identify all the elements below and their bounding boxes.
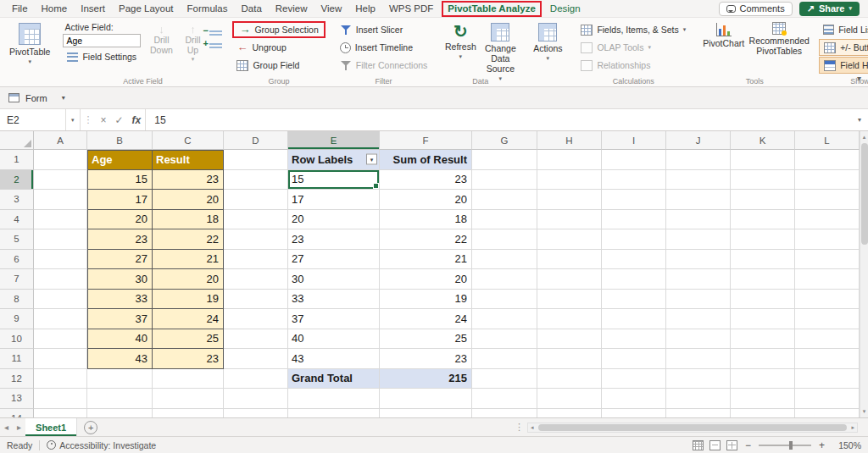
cell-A7[interactable] [34, 269, 87, 290]
row-header-9[interactable]: 9 [0, 309, 34, 329]
cell-G2[interactable] [472, 170, 537, 191]
sheet-nav-left-icon[interactable]: ◂ [0, 423, 13, 432]
row-header-4[interactable]: 4 [0, 210, 34, 230]
cell-H5[interactable] [537, 229, 602, 250]
cell-B5[interactable]: 23 [87, 229, 153, 250]
cell-L3[interactable] [795, 190, 860, 210]
scroll-down-icon[interactable]: ▾ [863, 406, 866, 417]
cell-B6[interactable]: 27 [87, 250, 153, 270]
cell-B12[interactable] [87, 369, 153, 389]
cell-A11[interactable] [34, 349, 87, 369]
cell-C1[interactable]: Result [153, 150, 224, 170]
cell-E3[interactable]: 17 [288, 190, 380, 210]
expand-field-icon[interactable] [209, 41, 222, 48]
menu-item-wps-pdf[interactable]: WPS PDF [382, 0, 440, 17]
recommended-pivottables-button[interactable]: Recommended PivotTables [749, 21, 809, 58]
menu-item-view[interactable]: View [314, 0, 349, 17]
cell-F7[interactable]: 20 [380, 269, 472, 290]
cell-K12[interactable] [731, 369, 795, 389]
cell-E4[interactable]: 20 [288, 210, 380, 230]
cell-K2[interactable] [731, 170, 795, 191]
cell-J14[interactable] [666, 409, 731, 418]
cell-J3[interactable] [666, 190, 731, 210]
cell-L8[interactable] [795, 290, 860, 310]
cell-I9[interactable] [602, 309, 666, 329]
group-selection-button[interactable]: → Group Selection [232, 21, 325, 38]
cell-A8[interactable] [34, 290, 87, 310]
zoom-in-button[interactable]: + [817, 439, 826, 451]
cell-K3[interactable] [731, 190, 795, 210]
cell-C6[interactable]: 21 [153, 250, 224, 270]
cell-K10[interactable] [731, 329, 795, 350]
cell-B11[interactable]: 43 [87, 349, 153, 369]
cell-B1[interactable]: Age [87, 150, 153, 170]
cell-I1[interactable] [602, 150, 666, 170]
cell-G5[interactable] [472, 229, 537, 250]
cell-F3[interactable]: 20 [380, 190, 472, 210]
horizontal-scrollbar[interactable]: ◂ ▸ [527, 423, 858, 433]
cell-A10[interactable] [34, 329, 87, 350]
cell-C7[interactable]: 20 [153, 269, 224, 290]
cell-L1[interactable] [795, 150, 860, 170]
relationships-button[interactable]: Relationships [576, 57, 690, 74]
sheet-nav-right-icon[interactable]: ▸ [13, 423, 25, 432]
column-header-L[interactable]: L [795, 131, 860, 150]
cell-G6[interactable] [472, 250, 537, 270]
cell-G13[interactable] [472, 389, 537, 409]
form-label[interactable]: Form [25, 93, 47, 103]
name-box-dropdown-icon[interactable]: ▾ [66, 109, 81, 130]
cell-D12[interactable] [224, 369, 288, 389]
cell-H12[interactable] [537, 369, 602, 389]
ungroup-button[interactable]: ← Ungroup [232, 39, 325, 56]
share-button[interactable]: ↗ Share ▾ [799, 2, 860, 16]
cell-I2[interactable] [602, 170, 666, 191]
cell-K8[interactable] [731, 290, 795, 310]
row-header-2[interactable]: 2 [0, 170, 34, 191]
cell-C12[interactable] [153, 369, 224, 389]
cell-D4[interactable] [224, 210, 288, 230]
menu-item-data[interactable]: Data [235, 0, 269, 17]
horizontal-scroll-thumb[interactable] [538, 424, 848, 431]
cell-A14[interactable] [34, 409, 87, 418]
collapse-field-icon[interactable] [209, 28, 222, 36]
cell-A5[interactable] [34, 229, 87, 250]
field-headers-button[interactable]: Field Headers [819, 57, 868, 74]
select-all-corner[interactable] [0, 131, 34, 150]
change-data-source-button[interactable]: Change Data Source ▾ [481, 21, 519, 84]
cell-J1[interactable] [666, 150, 731, 170]
cell-J12[interactable] [666, 369, 731, 389]
cell-E13[interactable] [288, 389, 380, 409]
cell-C14[interactable] [153, 409, 224, 418]
cell-L2[interactable] [795, 170, 860, 191]
cell-I6[interactable] [602, 250, 666, 270]
cell-D7[interactable] [224, 269, 288, 290]
column-header-B[interactable]: B [87, 131, 153, 150]
formula-input[interactable]: 15 [145, 109, 858, 130]
cell-F2[interactable]: 23 [380, 170, 472, 191]
vertical-scroll-thumb[interactable] [861, 143, 868, 245]
cell-H3[interactable] [537, 190, 602, 210]
plus-minus-buttons-button[interactable]: +/- Buttons [819, 39, 868, 56]
cell-G3[interactable] [472, 190, 537, 210]
cell-K4[interactable] [731, 210, 795, 230]
cell-D6[interactable] [224, 250, 288, 270]
menu-item-home[interactable]: Home [35, 0, 75, 17]
page-layout-view-button[interactable] [709, 440, 721, 450]
cell-L11[interactable] [795, 349, 860, 369]
cell-C11[interactable]: 23 [153, 349, 224, 369]
menu-item-pivottable-analyze[interactable]: PivotTable Analyze [442, 1, 542, 17]
scroll-up-icon[interactable]: ▴ [863, 131, 866, 143]
row-header-10[interactable]: 10 [0, 329, 34, 350]
cell-L14[interactable] [795, 409, 860, 418]
cell-H2[interactable] [537, 170, 602, 191]
cancel-icon[interactable]: × [97, 114, 111, 126]
cell-B10[interactable]: 40 [87, 329, 153, 350]
row-header-6[interactable]: 6 [0, 250, 34, 270]
row-header-7[interactable]: 7 [0, 269, 34, 290]
field-list-button[interactable]: Field List [819, 21, 868, 38]
cell-F13[interactable] [380, 389, 472, 409]
cell-D8[interactable] [224, 290, 288, 310]
zoom-out-button[interactable]: − [743, 439, 753, 451]
cell-E6[interactable]: 27 [288, 250, 380, 270]
row-header-14[interactable]: 14 [0, 409, 34, 418]
